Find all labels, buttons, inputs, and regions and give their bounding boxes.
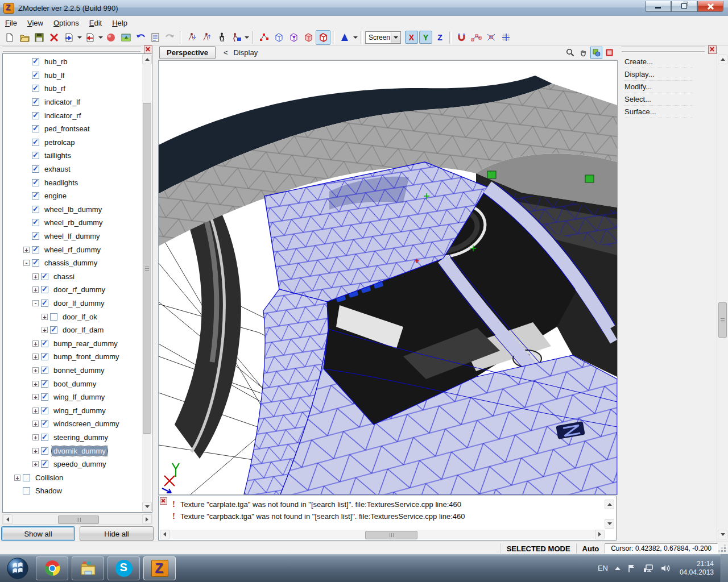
combobox-arrow-icon[interactable]: [391, 32, 400, 43]
menu-item[interactable]: Help: [107, 18, 133, 28]
show-all-button[interactable]: Show all: [1, 526, 75, 541]
close-log-icon[interactable]: [160, 497, 167, 505]
walk-figure-button[interactable]: [214, 30, 229, 45]
tree-item[interactable]: + chassi: [3, 270, 152, 284]
taskbar-chrome-button[interactable]: [36, 556, 68, 580]
tree-vertical-scrollbar[interactable]: [142, 55, 151, 512]
log-scroll-up-icon[interactable]: [605, 500, 614, 509]
redo-button[interactable]: [163, 30, 177, 45]
tree-expander-icon[interactable]: +: [42, 314, 48, 320]
export-button[interactable]: [82, 30, 97, 45]
axis-button[interactable]: Z: [433, 31, 446, 44]
log-hscroll-thumb[interactable]: [365, 531, 417, 539]
command-item[interactable]: Surface...: [624, 106, 693, 118]
surfaces-mode-button[interactable]: [301, 30, 316, 45]
tree-visibility-checkbox[interactable]: [32, 192, 39, 199]
tree-visibility-checkbox[interactable]: [32, 152, 39, 159]
save-button[interactable]: [32, 30, 47, 45]
animation-dropdown[interactable]: [243, 31, 250, 44]
open-file-button[interactable]: [17, 30, 32, 45]
tree-item[interactable]: wheel_lf_dummy: [3, 230, 152, 243]
import-dropdown[interactable]: [76, 31, 82, 44]
tree-visibility-checkbox[interactable]: [32, 232, 39, 240]
material-editor-button[interactable]: [118, 30, 133, 45]
bone-attach-button[interactable]: [184, 30, 199, 45]
pivot-cone-button[interactable]: [337, 30, 352, 45]
tree-visibility-checkbox[interactable]: [41, 353, 48, 360]
axis-button[interactable]: X: [405, 31, 418, 44]
log-scroll-down-icon[interactable]: [605, 519, 614, 529]
network-icon[interactable]: [643, 564, 653, 573]
render-button[interactable]: [104, 30, 118, 45]
menu-item[interactable]: View: [22, 18, 48, 28]
close-panel-icon[interactable]: [144, 45, 152, 54]
tree-item[interactable]: exhaust: [3, 163, 152, 176]
pan-icon[interactable]: [577, 47, 589, 59]
auto-toggle[interactable]: Auto: [576, 543, 605, 554]
tree-item[interactable]: hub_rb: [3, 55, 152, 69]
show-desktop-button[interactable]: [721, 554, 728, 582]
tree-visibility-checkbox[interactable]: [32, 58, 39, 65]
tree-hscroll-thumb[interactable]: [58, 516, 99, 524]
tree-visibility-checkbox[interactable]: [41, 367, 48, 374]
tree-expander-icon[interactable]: +: [32, 273, 39, 280]
tree-visibility-checkbox[interactable]: [41, 340, 48, 347]
tree-visibility-checkbox[interactable]: [32, 259, 39, 267]
tree-item[interactable]: indicator_rf: [3, 109, 152, 122]
export-dropdown[interactable]: [97, 31, 104, 44]
tree-visibility-checkbox[interactable]: [32, 179, 39, 186]
snap-magnet-button[interactable]: [454, 30, 469, 45]
tree-visibility-checkbox[interactable]: [41, 407, 48, 414]
tree-item[interactable]: + bonnet_dummy: [3, 364, 152, 377]
tree-visibility-checkbox[interactable]: [23, 474, 30, 481]
log-view-button[interactable]: [148, 30, 163, 45]
volume-icon[interactable]: [660, 564, 671, 573]
tree-visibility-checkbox[interactable]: [41, 273, 48, 280]
snap-vertex-button[interactable]: [469, 30, 483, 45]
tree-visibility-checkbox[interactable]: [41, 380, 48, 388]
tree-item[interactable]: + bump_front_dummy: [3, 350, 152, 364]
minimize-button[interactable]: [645, 1, 671, 12]
tree-item[interactable]: + windscreen_dummy: [3, 417, 152, 431]
maximize-viewport-icon[interactable]: [603, 47, 615, 59]
menu-item[interactable]: File: [0, 18, 22, 28]
tree-item[interactable]: hub_rf: [3, 82, 152, 95]
tree-item[interactable]: Shadow: [3, 484, 152, 498]
perspective-tab[interactable]: Perspective: [159, 46, 216, 59]
tree-visibility-checkbox[interactable]: [41, 447, 48, 455]
tray-expand-icon[interactable]: [615, 564, 621, 570]
tree-expander-icon[interactable]: +: [32, 461, 39, 467]
tree-visibility-checkbox[interactable]: [32, 125, 39, 132]
tree-expander-icon[interactable]: +: [14, 475, 20, 481]
scroll-right-icon[interactable]: [142, 514, 152, 524]
tree-item[interactable]: + speedo_dummy: [3, 458, 152, 471]
tree-item[interactable]: petrolcap: [3, 136, 152, 149]
tree-item[interactable]: headlights: [3, 176, 152, 189]
scroll-left-icon[interactable]: [3, 514, 13, 524]
tree-item[interactable]: ped_frontseat: [3, 122, 152, 136]
tree-expander-icon[interactable]: +: [32, 408, 39, 414]
scroll-up-icon[interactable]: [142, 55, 152, 64]
viewport-mode-label[interactable]: Display: [234, 48, 258, 57]
scroll-up-icon[interactable]: [718, 55, 727, 64]
tree-item[interactable]: engine: [3, 189, 152, 203]
tree-expander-icon[interactable]: +: [32, 381, 39, 387]
tree-expander-icon[interactable]: +: [23, 247, 30, 253]
tree-item[interactable]: wheel_lb_dummy: [3, 203, 152, 217]
tree-expander-icon[interactable]: +: [32, 286, 39, 293]
restore-button[interactable]: [671, 1, 697, 12]
tree-item[interactable]: + Collision: [3, 471, 152, 484]
title-bar[interactable]: ZModeler ver 2.2.5 (Build 990): [0, 0, 728, 16]
tree-item[interactable]: + wing_lf_dummy: [3, 390, 152, 404]
tree-visibility-checkbox[interactable]: [32, 112, 39, 119]
tree-item[interactable]: + boot_dummy: [3, 377, 152, 390]
delete-button[interactable]: [47, 30, 61, 45]
tree-visibility-checkbox[interactable]: [41, 300, 48, 307]
tree-visibility-checkbox[interactable]: [32, 219, 39, 226]
objects-mode-button[interactable]: [316, 30, 330, 45]
taskbar-skype-button[interactable]: [107, 556, 140, 580]
screen-combobox[interactable]: Screen: [365, 31, 401, 44]
tree-item[interactable]: + bump_rear_dummy: [3, 336, 152, 350]
scroll-right-icon[interactable]: [595, 530, 605, 539]
orbit-icon[interactable]: [590, 47, 602, 59]
